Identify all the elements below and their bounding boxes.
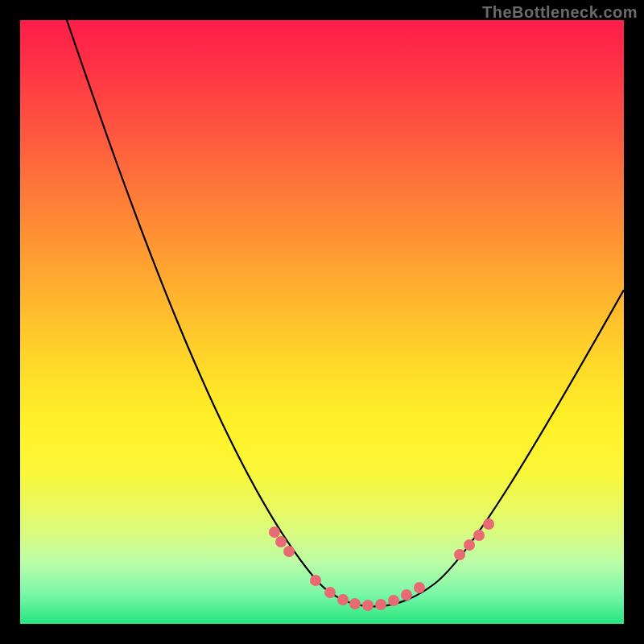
chart-marker (414, 582, 425, 593)
chart-marker (375, 599, 386, 610)
chart-marker (454, 549, 465, 560)
chart-marker (324, 587, 336, 598)
chart-marker (349, 598, 361, 609)
chart-marker (473, 530, 485, 541)
chart-marker (337, 594, 349, 605)
chart-marker (310, 575, 321, 586)
plot-area (20, 20, 624, 624)
chart-marker (269, 526, 280, 538)
chart-marker (275, 536, 287, 547)
chart-marker (362, 600, 374, 611)
chart-stage: TheBottleneck.com (0, 0, 644, 644)
chart-markers (269, 518, 494, 611)
chart-marker (283, 546, 295, 557)
chart-svg (20, 20, 624, 624)
chart-marker (388, 595, 399, 606)
chart-marker (483, 518, 494, 530)
watermark-text: TheBottleneck.com (482, 3, 638, 22)
chart-marker (464, 539, 475, 551)
chart-marker (401, 589, 412, 601)
chart-curve (67, 20, 624, 606)
